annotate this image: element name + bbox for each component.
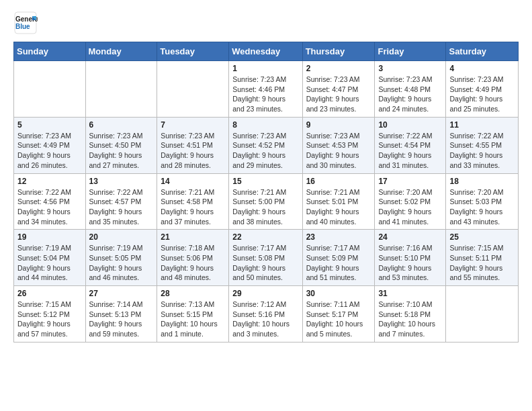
weekday-header-row: SundayMondayTuesdayWednesdayThursdayFrid… <box>14 42 519 61</box>
day-number: 16 <box>306 177 371 186</box>
day-number: 6 <box>89 120 154 130</box>
calendar-cell: 22Sunrise: 7:17 AM Sunset: 5:08 PM Dayli… <box>229 230 302 286</box>
calendar-cell <box>14 61 86 118</box>
day-info: Sunrise: 7:22 AM Sunset: 4:56 PM Dayligh… <box>17 187 82 227</box>
day-info: Sunrise: 7:11 AM Sunset: 5:17 PM Dayligh… <box>306 300 371 339</box>
calendar-cell: 7Sunrise: 7:23 AM Sunset: 4:51 PM Daylig… <box>157 117 229 173</box>
day-info: Sunrise: 7:13 AM Sunset: 5:15 PM Dayligh… <box>161 300 225 339</box>
day-number: 20 <box>89 232 154 242</box>
day-number: 17 <box>378 177 442 186</box>
day-info: Sunrise: 7:14 AM Sunset: 5:13 PM Dayligh… <box>89 300 154 339</box>
day-number: 12 <box>17 177 82 186</box>
day-number: 28 <box>161 289 225 298</box>
day-info: Sunrise: 7:23 AM Sunset: 4:46 PM Dayligh… <box>232 75 298 114</box>
day-number: 19 <box>17 232 82 242</box>
day-info: Sunrise: 7:19 AM Sunset: 5:04 PM Dayligh… <box>17 243 82 283</box>
calendar-cell <box>85 61 157 118</box>
calendar-cell: 23Sunrise: 7:17 AM Sunset: 5:09 PM Dayli… <box>302 230 375 286</box>
day-number: 29 <box>232 289 298 298</box>
calendar-cell: 26Sunrise: 7:15 AM Sunset: 5:12 PM Dayli… <box>14 286 86 342</box>
logo-icon: General Blue <box>13 11 38 35</box>
header: General Blue <box>13 11 519 35</box>
day-info: Sunrise: 7:16 AM Sunset: 5:10 PM Dayligh… <box>378 243 442 283</box>
weekday-header-thursday: Thursday <box>302 42 375 61</box>
day-number: 22 <box>232 232 298 242</box>
calendar-cell: 12Sunrise: 7:22 AM Sunset: 4:56 PM Dayli… <box>14 173 86 230</box>
calendar-cell: 31Sunrise: 7:10 AM Sunset: 5:18 PM Dayli… <box>375 286 446 342</box>
calendar-cell: 4Sunrise: 7:23 AM Sunset: 4:49 PM Daylig… <box>446 61 519 118</box>
week-row-5: 26Sunrise: 7:15 AM Sunset: 5:12 PM Dayli… <box>14 286 519 342</box>
day-info: Sunrise: 7:22 AM Sunset: 4:57 PM Dayligh… <box>89 187 154 227</box>
day-info: Sunrise: 7:15 AM Sunset: 5:12 PM Dayligh… <box>17 300 82 339</box>
day-info: Sunrise: 7:21 AM Sunset: 5:01 PM Dayligh… <box>306 187 371 227</box>
logo: General Blue <box>13 11 40 35</box>
day-number: 5 <box>17 120 82 130</box>
day-info: Sunrise: 7:23 AM Sunset: 4:50 PM Dayligh… <box>89 131 154 171</box>
calendar-cell: 11Sunrise: 7:22 AM Sunset: 4:55 PM Dayli… <box>446 117 519 173</box>
calendar-cell: 10Sunrise: 7:22 AM Sunset: 4:54 PM Dayli… <box>375 117 446 173</box>
calendar-cell: 6Sunrise: 7:23 AM Sunset: 4:50 PM Daylig… <box>85 117 157 173</box>
day-number: 21 <box>161 232 225 242</box>
calendar-cell: 15Sunrise: 7:21 AM Sunset: 5:00 PM Dayli… <box>229 173 302 230</box>
day-info: Sunrise: 7:23 AM Sunset: 4:48 PM Dayligh… <box>378 75 442 114</box>
day-number: 13 <box>89 177 154 186</box>
calendar-cell: 25Sunrise: 7:15 AM Sunset: 5:11 PM Dayli… <box>446 230 519 286</box>
day-number: 8 <box>232 120 298 130</box>
calendar-cell: 24Sunrise: 7:16 AM Sunset: 5:10 PM Dayli… <box>375 230 446 286</box>
day-info: Sunrise: 7:18 AM Sunset: 5:06 PM Dayligh… <box>161 243 225 283</box>
day-info: Sunrise: 7:23 AM Sunset: 4:47 PM Dayligh… <box>306 75 371 114</box>
weekday-header-tuesday: Tuesday <box>157 42 229 61</box>
day-number: 14 <box>161 177 225 186</box>
calendar-cell: 19Sunrise: 7:19 AM Sunset: 5:04 PM Dayli… <box>14 230 86 286</box>
calendar-table: SundayMondayTuesdayWednesdayThursdayFrid… <box>13 42 519 342</box>
svg-text:Blue: Blue <box>15 23 30 30</box>
day-number: 30 <box>306 289 371 298</box>
day-info: Sunrise: 7:23 AM Sunset: 4:52 PM Dayligh… <box>232 131 298 171</box>
day-info: Sunrise: 7:17 AM Sunset: 5:08 PM Dayligh… <box>232 243 298 283</box>
day-number: 10 <box>378 120 442 130</box>
weekday-header-wednesday: Wednesday <box>229 42 302 61</box>
calendar-cell: 1Sunrise: 7:23 AM Sunset: 4:46 PM Daylig… <box>229 61 302 118</box>
day-number: 2 <box>306 64 371 73</box>
weekday-header-saturday: Saturday <box>446 42 519 61</box>
day-info: Sunrise: 7:17 AM Sunset: 5:09 PM Dayligh… <box>306 243 371 283</box>
day-info: Sunrise: 7:23 AM Sunset: 4:49 PM Dayligh… <box>449 75 515 114</box>
calendar-cell: 30Sunrise: 7:11 AM Sunset: 5:17 PM Dayli… <box>302 286 375 342</box>
day-info: Sunrise: 7:20 AM Sunset: 5:03 PM Dayligh… <box>449 187 515 227</box>
day-number: 9 <box>306 120 371 130</box>
weekday-header-sunday: Sunday <box>14 42 86 61</box>
calendar-cell: 14Sunrise: 7:21 AM Sunset: 4:58 PM Dayli… <box>157 173 229 230</box>
calendar-cell: 18Sunrise: 7:20 AM Sunset: 5:03 PM Dayli… <box>446 173 519 230</box>
day-info: Sunrise: 7:21 AM Sunset: 4:58 PM Dayligh… <box>161 187 225 227</box>
day-info: Sunrise: 7:23 AM Sunset: 4:53 PM Dayligh… <box>306 131 371 171</box>
weekday-header-friday: Friday <box>375 42 446 61</box>
calendar-cell: 29Sunrise: 7:12 AM Sunset: 5:16 PM Dayli… <box>229 286 302 342</box>
day-info: Sunrise: 7:20 AM Sunset: 5:02 PM Dayligh… <box>378 187 442 227</box>
day-number: 23 <box>306 232 371 242</box>
calendar-cell: 8Sunrise: 7:23 AM Sunset: 4:52 PM Daylig… <box>229 117 302 173</box>
week-row-1: 1Sunrise: 7:23 AM Sunset: 4:46 PM Daylig… <box>14 61 519 118</box>
day-info: Sunrise: 7:23 AM Sunset: 4:51 PM Dayligh… <box>161 131 225 171</box>
calendar-cell: 27Sunrise: 7:14 AM Sunset: 5:13 PM Dayli… <box>85 286 157 342</box>
calendar-cell: 3Sunrise: 7:23 AM Sunset: 4:48 PM Daylig… <box>375 61 446 118</box>
day-info: Sunrise: 7:15 AM Sunset: 5:11 PM Dayligh… <box>449 243 515 283</box>
day-number: 7 <box>161 120 225 130</box>
day-info: Sunrise: 7:12 AM Sunset: 5:16 PM Dayligh… <box>232 300 298 339</box>
calendar-cell: 16Sunrise: 7:21 AM Sunset: 5:01 PM Dayli… <box>302 173 375 230</box>
weekday-header-monday: Monday <box>85 42 157 61</box>
calendar-cell: 17Sunrise: 7:20 AM Sunset: 5:02 PM Dayli… <box>375 173 446 230</box>
week-row-4: 19Sunrise: 7:19 AM Sunset: 5:04 PM Dayli… <box>14 230 519 286</box>
calendar-cell <box>157 61 229 118</box>
calendar-cell: 5Sunrise: 7:23 AM Sunset: 4:49 PM Daylig… <box>14 117 86 173</box>
calendar-cell: 20Sunrise: 7:19 AM Sunset: 5:05 PM Dayli… <box>85 230 157 286</box>
week-row-3: 12Sunrise: 7:22 AM Sunset: 4:56 PM Dayli… <box>14 173 519 230</box>
day-number: 11 <box>449 120 515 130</box>
calendar-cell: 28Sunrise: 7:13 AM Sunset: 5:15 PM Dayli… <box>157 286 229 342</box>
day-number: 24 <box>378 232 442 242</box>
day-number: 3 <box>378 64 442 73</box>
day-info: Sunrise: 7:22 AM Sunset: 4:54 PM Dayligh… <box>378 131 442 171</box>
day-number: 15 <box>232 177 298 186</box>
day-info: Sunrise: 7:19 AM Sunset: 5:05 PM Dayligh… <box>89 243 154 283</box>
calendar-cell: 9Sunrise: 7:23 AM Sunset: 4:53 PM Daylig… <box>302 117 375 173</box>
page: General Blue SundayMondayTuesdayWednesda… <box>0 0 532 353</box>
